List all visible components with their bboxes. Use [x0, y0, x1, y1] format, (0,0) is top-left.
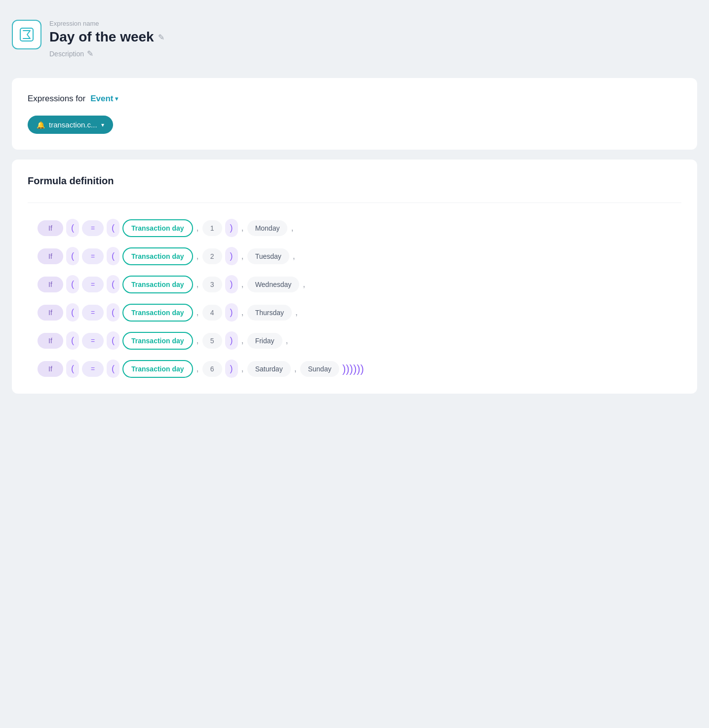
close-paren-6: ): [225, 360, 238, 378]
event-chevron-icon: ▾: [115, 95, 118, 102]
edit-title-icon[interactable]: ✎: [158, 33, 164, 42]
number-pill-2: 2: [202, 248, 222, 264]
formula-divider: [28, 202, 681, 203]
if-pill-5: If: [38, 333, 63, 349]
event-label: Event: [90, 94, 113, 104]
comma-1a: ,: [197, 223, 199, 233]
open-paren-5b: (: [107, 331, 119, 350]
comma-6a: ,: [197, 364, 199, 374]
open-paren-1a: (: [66, 219, 79, 237]
number-pill-1: 1: [202, 220, 222, 236]
header-text: Expression name Day of the week ✎ Descri…: [49, 20, 164, 58]
formula-row-5: If ( = ( Transaction day , 5 ) , Friday …: [38, 331, 681, 350]
transaction-day-pill-4[interactable]: Transaction day: [122, 304, 193, 322]
day-pill-1: Monday: [247, 220, 288, 236]
expression-icon: [12, 20, 41, 49]
transaction-day-pill-6[interactable]: Transaction day: [122, 360, 193, 378]
expressions-card: Expressions for Event ▾ 🔔 transaction.c.…: [12, 78, 697, 150]
transaction-day-pill-5[interactable]: Transaction day: [122, 332, 193, 350]
transaction-day-pill-1[interactable]: Transaction day: [122, 219, 193, 237]
open-paren-1b: (: [107, 219, 119, 237]
formula-card: Formula definition If ( = ( Transaction …: [12, 160, 697, 394]
formula-title: Formula definition: [28, 175, 681, 187]
day-pill-4: Thursday: [247, 305, 292, 321]
number-pill-4: 4: [202, 305, 222, 321]
close-paren-4: ): [225, 303, 238, 322]
close-paren-6a: ): [342, 363, 346, 375]
transaction-bell-icon: 🔔: [37, 121, 45, 129]
close-paren-2: ): [225, 247, 238, 265]
close-paren-6b: ): [346, 363, 350, 375]
open-paren-2b: (: [107, 247, 119, 265]
comma-3b: ,: [241, 279, 244, 289]
event-dropdown[interactable]: Event ▾: [90, 94, 118, 104]
open-paren-5a: (: [66, 331, 79, 350]
open-paren-2a: (: [66, 247, 79, 265]
expression-title: Day of the week: [49, 29, 154, 45]
expressions-for-row: Expressions for Event ▾: [28, 94, 681, 104]
comma-2a: ,: [197, 251, 199, 261]
open-paren-3b: (: [107, 275, 119, 293]
comma-4c: ,: [295, 307, 298, 318]
comma-3a: ,: [197, 279, 199, 289]
number-pill-6: 6: [202, 361, 222, 377]
day-pill-2: Tuesday: [247, 248, 289, 264]
eq-pill-1: =: [82, 220, 104, 236]
comma-6b: ,: [241, 364, 244, 374]
open-paren-4b: (: [107, 303, 119, 322]
day-pill-3: Wednesday: [247, 277, 300, 292]
comma-1c: ,: [291, 223, 293, 233]
comma-3c: ,: [303, 279, 305, 289]
if-pill-4: If: [38, 305, 63, 321]
eq-pill-5: =: [82, 333, 104, 349]
if-pill-3: If: [38, 277, 63, 292]
expressions-for-label: Expressions for: [28, 94, 85, 104]
day-pill-sunday: Sunday: [300, 361, 339, 377]
formula-row-1: If ( = ( Transaction day , 1 ) , Monday …: [38, 219, 681, 237]
if-pill-6: If: [38, 361, 63, 377]
description-label: Description: [49, 50, 84, 58]
comma-5c: ,: [286, 335, 288, 346]
open-paren-3a: (: [66, 275, 79, 293]
formula-row-2: If ( = ( Transaction day , 2 ) , Tuesday…: [38, 247, 681, 265]
open-paren-6b: (: [107, 360, 119, 378]
number-pill-5: 5: [202, 333, 222, 349]
if-pill-1: If: [38, 220, 63, 236]
comma-5b: ,: [241, 335, 244, 346]
eq-pill-3: =: [82, 277, 104, 292]
comma-6c: ,: [294, 364, 297, 374]
transaction-day-pill-2[interactable]: Transaction day: [122, 247, 193, 265]
formula-row-6: If ( = ( Transaction day , 6 ) , Saturda…: [38, 360, 681, 378]
comma-2c: ,: [293, 251, 295, 261]
comma-2b: ,: [241, 251, 244, 261]
header: Expression name Day of the week ✎ Descri…: [12, 12, 697, 66]
close-paren-6e: ): [356, 363, 360, 375]
formula-rows: If ( = ( Transaction day , 1 ) , Monday …: [28, 219, 681, 378]
close-paren-6c: ): [350, 363, 353, 375]
close-paren-6f: ): [360, 363, 364, 375]
formula-row-3: If ( = ( Transaction day , 3 ) , Wednesd…: [38, 275, 681, 293]
eq-pill-4: =: [82, 305, 104, 321]
day-pill-saturday: Saturday: [247, 361, 291, 377]
eq-pill-2: =: [82, 248, 104, 264]
transaction-btn-label: transaction.c...: [49, 121, 97, 129]
comma-4b: ,: [241, 307, 244, 318]
close-paren-5: ): [225, 331, 238, 350]
transaction-day-pill-3[interactable]: Transaction day: [122, 276, 193, 293]
close-paren-3: ): [225, 275, 238, 293]
edit-description-icon[interactable]: ✎: [87, 49, 93, 58]
expression-title-row: Day of the week ✎: [49, 29, 164, 45]
close-paren-6d: ): [353, 363, 356, 375]
number-pill-3: 3: [202, 277, 222, 292]
day-pill-5: Friday: [247, 333, 282, 349]
comma-1b: ,: [241, 223, 244, 233]
formula-row-4: If ( = ( Transaction day , 4 ) , Thursda…: [38, 303, 681, 322]
transaction-chevron-icon: ▾: [101, 121, 104, 128]
closing-parens: ) ) ) ) ) ): [342, 363, 364, 375]
eq-pill-6: =: [82, 361, 104, 377]
if-pill-2: If: [38, 248, 63, 264]
description-row: Description ✎: [49, 49, 164, 58]
open-paren-4a: (: [66, 303, 79, 322]
transaction-dropdown-button[interactable]: 🔔 transaction.c... ▾: [28, 116, 113, 134]
expression-name-label: Expression name: [49, 20, 164, 27]
